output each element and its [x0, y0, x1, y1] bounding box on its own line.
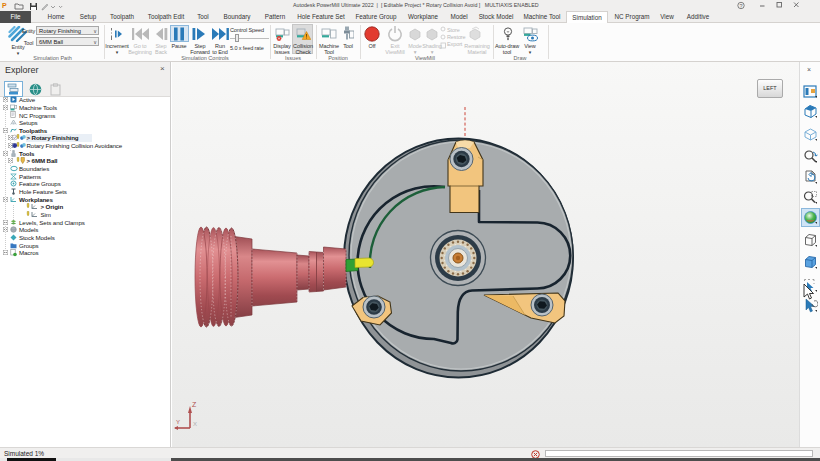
svg-text:Z: Z [192, 401, 197, 408]
svg-text:Y: Y [176, 419, 180, 425]
svg-text:?: ? [739, 3, 742, 9]
svg-text:X: X [193, 421, 197, 427]
